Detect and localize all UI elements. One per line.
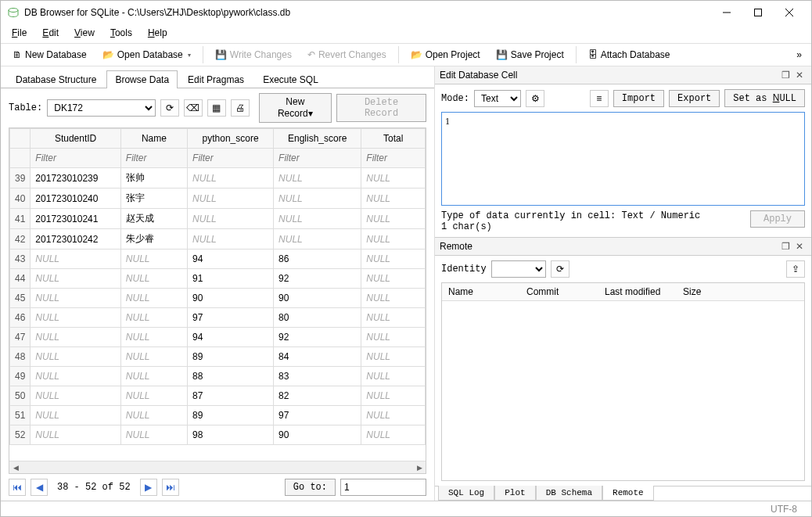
table-row[interactable]: 45NULLNULL9090NULL	[10, 289, 426, 308]
table-row[interactable]: 43NULLNULL9486NULL	[10, 250, 426, 269]
table-row[interactable]: 39201723010239张帅NULLNULLNULL	[10, 168, 426, 188]
tab-sql-log[interactable]: SQL Log	[438, 486, 494, 501]
table-cell[interactable]: 86	[274, 250, 361, 269]
table-select[interactable]: DK172	[47, 99, 156, 117]
table-cell[interactable]: 94	[188, 250, 274, 269]
table-cell[interactable]: NULL	[31, 289, 120, 308]
table-cell[interactable]: NULL	[31, 406, 120, 425]
first-page-button[interactable]: ⏮	[9, 479, 26, 496]
table-cell[interactable]: NULL	[361, 425, 426, 445]
table-cell[interactable]: 97	[274, 406, 361, 425]
column-header[interactable]: StudentID	[31, 129, 120, 149]
table-row[interactable]: 47NULLNULL9492NULL	[10, 328, 426, 347]
new-database-button[interactable]: 🗎New Database	[5, 46, 94, 63]
tab-db-structure[interactable]: Database Structure	[7, 70, 105, 88]
table-cell[interactable]: NULL	[361, 289, 426, 308]
table-cell[interactable]: 88	[188, 367, 274, 386]
table-cell[interactable]: 赵天成	[120, 209, 187, 229]
remote-col-name[interactable]: Name	[442, 283, 520, 300]
table-cell[interactable]: NULL	[361, 328, 426, 347]
remote-undock-button[interactable]: ❐	[778, 240, 792, 253]
table-cell[interactable]: NULL	[361, 406, 426, 425]
table-cell[interactable]: NULL	[361, 367, 426, 386]
table-cell[interactable]: 201723010239	[31, 168, 120, 188]
print-button[interactable]: 🖨	[231, 99, 250, 117]
export-button[interactable]: Export	[669, 90, 720, 107]
table-cell[interactable]: NULL	[274, 209, 361, 229]
table-cell[interactable]: NULL	[274, 188, 361, 209]
scroll-left-icon[interactable]: ◀	[9, 464, 22, 472]
table-cell[interactable]: 201723010240	[31, 188, 120, 209]
table-cell[interactable]: NULL	[31, 269, 120, 289]
menu-edit[interactable]: Edit	[39, 26, 62, 40]
table-row[interactable]: 46NULLNULL9780NULL	[10, 308, 426, 328]
table-cell[interactable]: 201723010242	[31, 229, 120, 250]
table-cell[interactable]: 94	[188, 328, 274, 347]
table-cell[interactable]: NULL	[31, 425, 120, 445]
table-cell[interactable]: NULL	[361, 168, 426, 188]
column-header[interactable]: Total	[361, 129, 426, 149]
remote-push-button[interactable]: ⇪	[786, 260, 805, 278]
table-cell[interactable]: 201723010241	[31, 209, 120, 229]
column-filter-input[interactable]	[35, 153, 115, 163]
table-cell[interactable]: NULL	[188, 168, 274, 188]
table-cell[interactable]: 83	[274, 367, 361, 386]
close-button[interactable]	[774, 2, 805, 23]
table-row[interactable]: 50NULLNULL8782NULL	[10, 386, 426, 406]
table-cell[interactable]: NULL	[120, 425, 187, 445]
table-cell[interactable]: NULL	[188, 229, 274, 250]
table-cell[interactable]: NULL	[188, 209, 274, 229]
table-cell[interactable]: NULL	[361, 209, 426, 229]
column-header[interactable]: English_score	[274, 129, 361, 149]
table-cell[interactable]: 89	[188, 406, 274, 425]
table-cell[interactable]: NULL	[31, 308, 120, 328]
goto-input[interactable]	[340, 479, 426, 496]
maximize-button[interactable]	[742, 2, 774, 23]
table-cell[interactable]: NULL	[361, 229, 426, 250]
table-row[interactable]: 41201723010241赵天成NULLNULLNULL	[10, 209, 426, 229]
table-cell[interactable]: NULL	[120, 328, 187, 347]
table-cell[interactable]: NULL	[31, 367, 120, 386]
column-filter-input[interactable]	[278, 153, 356, 163]
prev-page-button[interactable]: ◀	[31, 479, 48, 496]
table-row[interactable]: 49NULLNULL8883NULL	[10, 367, 426, 386]
tab-db-schema[interactable]: DB Schema	[536, 486, 602, 501]
table-cell[interactable]: NULL	[120, 308, 187, 328]
open-project-button[interactable]: 📂Open Project	[404, 46, 487, 63]
table-cell[interactable]: 80	[274, 308, 361, 328]
table-cell[interactable]: NULL	[31, 347, 120, 367]
tab-plot[interactable]: Plot	[494, 486, 535, 501]
menu-help[interactable]: Help	[145, 26, 171, 40]
tab-execute-sql[interactable]: Execute SQL	[254, 70, 327, 88]
column-header[interactable]: python_score	[188, 129, 274, 149]
menu-tools[interactable]: Tools	[107, 26, 135, 40]
table-cell[interactable]: NULL	[361, 386, 426, 406]
revert-changes-button[interactable]: ↶Revert Changes	[300, 46, 393, 63]
table-row[interactable]: 40201723010240张宇NULLNULLNULL	[10, 188, 426, 209]
table-row[interactable]: 51NULLNULL8997NULL	[10, 406, 426, 425]
table-cell[interactable]: 92	[274, 328, 361, 347]
table-cell[interactable]: 朱少睿	[120, 229, 187, 250]
goto-button[interactable]: Go to:	[285, 479, 336, 496]
table-cell[interactable]: NULL	[31, 250, 120, 269]
mode-select[interactable]: Text	[474, 90, 521, 107]
table-cell[interactable]: NULL	[361, 269, 426, 289]
column-header[interactable]: Name	[120, 129, 187, 149]
table-cell[interactable]: 张宇	[120, 188, 187, 209]
tab-browse-data[interactable]: Browse Data	[106, 70, 178, 88]
table-cell[interactable]: 82	[274, 386, 361, 406]
new-record-button[interactable]: New Record▾	[259, 93, 332, 123]
save-project-button[interactable]: 💾Save Project	[489, 46, 571, 63]
table-cell[interactable]: NULL	[188, 188, 274, 209]
table-cell[interactable]: NULL	[120, 406, 187, 425]
edit-cell-close-button[interactable]: ✕	[792, 69, 807, 81]
remote-close-button[interactable]: ✕	[792, 240, 807, 253]
table-row[interactable]: 52NULLNULL9890NULL	[10, 425, 426, 445]
table-cell[interactable]: 90	[274, 289, 361, 308]
table-cell[interactable]: 92	[274, 269, 361, 289]
table-cell[interactable]: 97	[188, 308, 274, 328]
edit-cell-undock-button[interactable]: ❐	[778, 69, 792, 81]
scroll-right-icon[interactable]: ▶	[413, 464, 426, 472]
apply-button[interactable]: Apply	[750, 210, 805, 228]
open-database-button[interactable]: 📂Open Database▾	[95, 46, 198, 63]
